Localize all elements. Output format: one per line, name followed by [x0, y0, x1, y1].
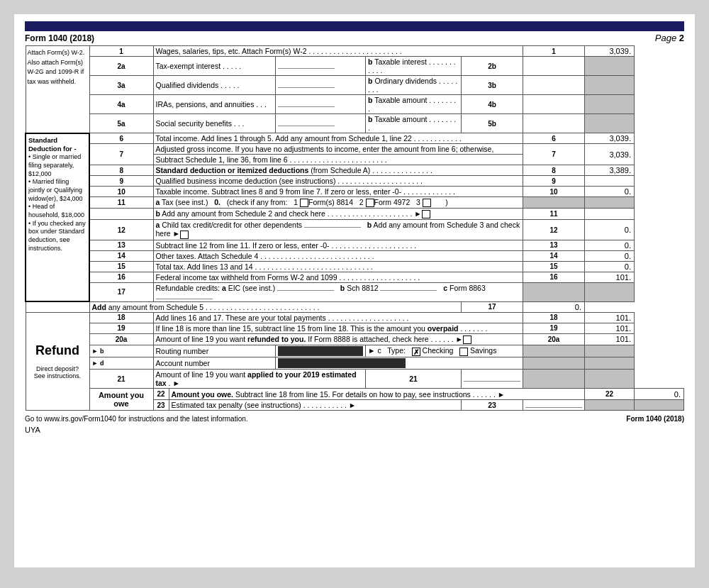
- line-num-21: 21: [89, 370, 153, 389]
- line3a-text: Qualified dividends . . . . .: [153, 76, 276, 95]
- line12-num: 12: [523, 220, 584, 240]
- line11b-value: [584, 209, 634, 220]
- line4a-text: IRAs, pensions, and annuities . . .: [153, 95, 276, 114]
- line5a-text: Social security benefits . . .: [153, 114, 276, 133]
- line4b-num: 4b: [461, 95, 523, 114]
- line23-gray: [584, 399, 634, 411]
- checkbox-4972[interactable]: [366, 199, 374, 207]
- account-input[interactable]: [276, 357, 523, 370]
- line-num-20a: 20a: [89, 333, 153, 345]
- line17b-value: 0.: [523, 301, 584, 312]
- line9-text: Qualified business income deduction (see…: [153, 176, 523, 187]
- line10-value: 0.: [584, 187, 634, 197]
- table-row: 9 Qualified business income deduction (s…: [26, 176, 684, 187]
- table-row: 17 Refundable credits: a EIC (see inst.)…: [26, 282, 684, 301]
- line6-text: Total income. Add lines 1 through 5. Add…: [153, 133, 523, 144]
- line-num-6: 6: [89, 133, 153, 144]
- line18-value: 101.: [584, 312, 634, 323]
- line15-value: 0.: [584, 261, 634, 272]
- line23-box-label: 23: [461, 399, 523, 411]
- line14-text: Other taxes. Attach Schedule 4 . . . . .…: [153, 250, 523, 261]
- type-checking-cell: ► c Type: ✗ Checking Savings: [366, 345, 523, 357]
- main-table: Attach Form(s) W-2. Also attach Form(s) …: [25, 45, 684, 411]
- form-page: Form 1040 (2018) Page 2 Attach Form(s) W…: [14, 14, 695, 567]
- checkbox-8888[interactable]: [463, 335, 471, 344]
- line-num-15: 15: [89, 261, 153, 272]
- line4b-value: [523, 95, 584, 114]
- checkbox-sched2[interactable]: [422, 210, 430, 218]
- line17a-value: [584, 282, 634, 301]
- account-label: Account number: [153, 357, 276, 370]
- account-number-field[interactable]: [278, 358, 406, 368]
- checkbox-sched3[interactable]: [180, 231, 189, 239]
- table-row: 19 If line 18 is more than line 15, subt…: [26, 323, 684, 333]
- line6-value: 3,039.: [584, 133, 634, 144]
- line3a-field[interactable]: [276, 76, 366, 95]
- table-row: 4a IRAs, pensions, and annuities . . . b…: [26, 95, 684, 114]
- table-row: 3a Qualified dividends . . . . . b Ordin…: [26, 76, 684, 95]
- line-num-11b: [89, 209, 153, 220]
- checkbox-3[interactable]: [423, 199, 431, 207]
- line5b-num: 5b: [461, 114, 523, 133]
- line1-num: 1: [523, 46, 584, 57]
- direct-deposit-label: Direct deposit? See instructions.: [28, 365, 87, 379]
- line5a-field[interactable]: [276, 114, 366, 133]
- line1-value: 3,039.: [584, 46, 634, 57]
- line2b-gray: [584, 57, 634, 76]
- line20a-value: 101.: [584, 333, 634, 345]
- line2b-value: [523, 57, 584, 76]
- checking-checkbox[interactable]: ✗: [412, 348, 420, 356]
- line-num-10: 10: [89, 187, 153, 197]
- table-row: 15 Total tax. Add lines 13 and 14 . . . …: [26, 261, 684, 272]
- line22-num: 22: [584, 389, 634, 400]
- line8-text: Standard deduction or itemized deduction…: [153, 165, 523, 176]
- savings-label: Savings: [470, 346, 496, 355]
- table-row: Attach Form(s) W-2. Also attach Form(s) …: [26, 46, 684, 57]
- line19-num: 19: [523, 323, 584, 333]
- line-num-7: 7: [89, 144, 153, 165]
- line23-gray2: [634, 399, 683, 411]
- line7a-text: Adjusted gross income. If you have no ad…: [153, 144, 523, 155]
- line4a-field[interactable]: [276, 95, 366, 114]
- header-blue-bar: [25, 21, 684, 31]
- table-row: 8 Standard deduction or itemized deducti…: [26, 165, 684, 176]
- table-row: 16 Federal income tax withheld from Form…: [26, 272, 684, 282]
- table-row: 12 a Child tax credit/credit for other d…: [26, 220, 684, 240]
- line16-text: Federal income tax withheld from Forms W…: [153, 272, 523, 282]
- line23-field[interactable]: [523, 399, 584, 411]
- line15-num: 15: [523, 261, 584, 272]
- line16-value: 101.: [584, 272, 634, 282]
- line-num-8: 8: [89, 165, 153, 176]
- line3b-text: b Ordinary dividends . . . . . . . .: [366, 76, 462, 95]
- checking-label: Checking: [423, 346, 454, 355]
- line22-value: 0.: [634, 389, 683, 400]
- line18-text: Add lines 16 and 17. These are your tota…: [153, 312, 523, 323]
- standard-deduction-box: Standard Deduction for - • Single or mar…: [28, 136, 86, 253]
- line-num-1: 1: [89, 46, 153, 57]
- table-row: 13 Subtract line 12 from line 11. If zer…: [26, 240, 684, 250]
- line2a-text: Tax-exempt interest . . . . .: [153, 57, 276, 76]
- line5b-gray: [584, 114, 634, 133]
- line4b-gray: [584, 95, 634, 114]
- line2b-text: b Taxable interest . . . . . . . . . . .: [366, 57, 462, 76]
- table-row: 14 Other taxes. Attach Schedule 4 . . . …: [26, 250, 684, 261]
- line10-num: 10: [523, 187, 584, 197]
- std-deduction-item2: • Married filing jointly or Qualifying w…: [28, 178, 86, 203]
- line19-value: 101.: [584, 323, 634, 333]
- line21-field[interactable]: [461, 370, 523, 389]
- form-header: Form 1040 (2018) Page 2: [25, 33, 684, 43]
- line-num-12: 12: [89, 220, 153, 240]
- line12-text: a Child tax credit/credit for other depe…: [153, 220, 523, 240]
- routing-number-field[interactable]: [278, 346, 363, 356]
- line-num-2a: 2a: [89, 57, 153, 76]
- savings-checkbox[interactable]: [459, 348, 468, 356]
- line2a-field[interactable]: [276, 57, 366, 76]
- line-num-3a: 3a: [89, 76, 153, 95]
- line4b-text: b Taxable amount . . . . . . . .: [366, 95, 462, 114]
- line-num-17b: [26, 301, 89, 312]
- line-num-11a: 11: [89, 197, 153, 209]
- routing-input[interactable]: [276, 345, 366, 357]
- checkbox-8814[interactable]: [300, 199, 308, 207]
- amount-owe-label: Amount you owe: [92, 391, 151, 408]
- line1-text: Wages, salaries, tips, etc. Attach Form(…: [153, 46, 523, 57]
